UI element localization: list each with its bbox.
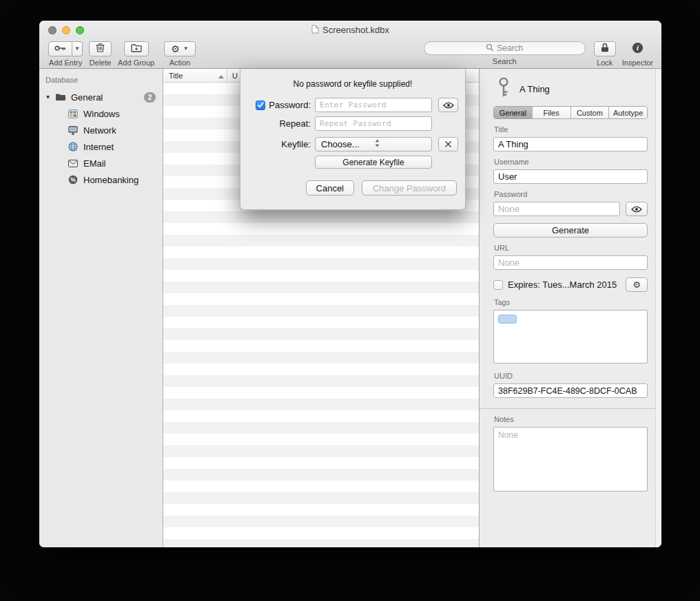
password-checkbox[interactable] <box>256 101 265 110</box>
sidebar-item-label: EMail <box>83 158 106 169</box>
eye-icon <box>631 203 642 215</box>
entry-count-badge: 2 <box>144 92 156 103</box>
folder-plus-icon <box>131 43 142 55</box>
tags-field[interactable] <box>493 310 648 363</box>
tab-general[interactable]: General <box>494 107 533 118</box>
search-icon <box>486 43 494 54</box>
sidebar-item-label: Internet <box>83 142 114 152</box>
windows-icon <box>67 109 79 118</box>
tab-custom[interactable]: Custom <box>571 107 610 118</box>
generate-password-button[interactable]: Generate <box>493 223 648 238</box>
tool-inspector: i Inspector <box>622 41 653 67</box>
gear-icon: ⚙ <box>632 280 641 289</box>
zoom-button[interactable] <box>76 26 84 34</box>
sort-ascending-icon <box>218 72 224 80</box>
password-label: Password: <box>269 100 311 110</box>
sidebar-item-email[interactable]: EMail <box>39 155 163 171</box>
inspector-tabs: General Files Custom Autotype <box>493 106 648 119</box>
generate-keyfile-button[interactable]: Generate Keyfile <box>315 156 432 169</box>
expires-settings-button[interactable]: ⚙ <box>626 277 648 292</box>
tool-add-group: Add Group <box>118 41 154 67</box>
url-field[interactable] <box>493 255 648 270</box>
tool-action: ⚙ ▼ Action <box>164 41 195 67</box>
tag-chip[interactable] <box>498 315 517 324</box>
username-field[interactable] <box>493 169 648 184</box>
clear-keyfile-button[interactable] <box>438 137 458 151</box>
delete-button[interactable] <box>89 41 112 56</box>
titlebar[interactable]: Screenshot.kdbx <box>39 21 661 39</box>
dialog-buttons: Cancel Change Password <box>249 180 457 196</box>
lock-label: Lock <box>597 59 612 67</box>
entry-header: A Thing <box>493 74 648 103</box>
expires-checkbox[interactable] <box>493 280 503 290</box>
enter-password-input[interactable] <box>315 98 432 112</box>
lock-button[interactable] <box>594 41 616 56</box>
reveal-password-button[interactable] <box>626 202 648 216</box>
change-password-button[interactable]: Change Password <box>362 180 457 196</box>
app-window: Screenshot.kdbx ▼ Add <box>39 21 661 547</box>
eye-icon <box>443 99 454 112</box>
reveal-password-button[interactable] <box>438 98 458 112</box>
uuid-field-label: UUID <box>494 372 648 380</box>
repeat-row: Repeat: <box>249 116 457 131</box>
uuid-field[interactable] <box>493 383 648 398</box>
folder-icon <box>54 93 67 101</box>
chevron-down-icon: ▼ <box>74 46 80 52</box>
notes-field-label: Notes <box>494 415 648 423</box>
add-entry-menu-button[interactable]: ▼ <box>72 41 83 56</box>
section-divider <box>480 408 661 409</box>
search-placeholder: Search <box>497 43 523 53</box>
inspector-scrollbar[interactable] <box>655 69 661 547</box>
dialog-message: No password or keyfile supplied! <box>249 79 457 89</box>
sidebar-item-network[interactable]: Network <box>39 122 163 138</box>
sidebar-item-label: Windows <box>83 109 120 119</box>
title-field[interactable] <box>493 137 648 151</box>
tab-autotype[interactable]: Autotype <box>609 107 647 118</box>
sidebar-item-label: General <box>71 92 103 103</box>
action-button[interactable]: ⚙ ▼ <box>164 41 195 56</box>
search-input[interactable]: Search <box>424 41 586 55</box>
inspector-button[interactable]: i <box>625 41 650 56</box>
window-chrome: Screenshot.kdbx ▼ Add <box>39 21 661 69</box>
sidebar-item-windows[interactable]: Windows <box>39 105 163 122</box>
sidebar-item-homebanking[interactable]: % Homebanking <box>39 171 163 188</box>
tab-files[interactable]: Files <box>533 107 571 118</box>
svg-text:%: % <box>70 176 76 183</box>
title-field-label: Title <box>494 125 648 134</box>
window-title: Screenshot.kdbx <box>311 25 389 36</box>
add-group-button[interactable] <box>124 41 149 56</box>
action-label: Action <box>169 59 191 67</box>
tags-field-label: Tags <box>494 298 648 306</box>
close-button[interactable] <box>48 26 56 34</box>
sidebar-item-internet[interactable]: Internet <box>39 138 163 155</box>
cancel-button[interactable]: Cancel <box>306 180 354 196</box>
column-header-title[interactable]: Title <box>163 69 227 82</box>
window-title-text: Screenshot.kdbx <box>322 25 389 35</box>
monitor-icon <box>67 126 79 135</box>
repeat-label: Repeat: <box>279 118 311 129</box>
change-password-dialog: No password or keyfile supplied! Passwor… <box>240 69 466 210</box>
percent-icon: % <box>67 175 79 184</box>
column-header-username[interactable]: U <box>227 72 238 80</box>
sidebar-item-general[interactable]: ▾ General 2 <box>39 89 163 105</box>
add-entry-button[interactable] <box>48 41 72 56</box>
stepper-chevrons-icon <box>375 139 429 149</box>
disclosure-triangle-icon[interactable]: ▾ <box>46 94 54 101</box>
password-field-label: Password <box>494 190 648 198</box>
sidebar-section-header: Database <box>39 74 163 89</box>
info-circle-icon: i <box>632 42 644 56</box>
notes-field[interactable] <box>493 427 648 492</box>
key-icon <box>497 77 511 101</box>
close-x-icon <box>444 138 452 151</box>
keyfile-popup-button[interactable]: Choose... <box>315 137 432 151</box>
toolbar: ▼ Add Entry Delete <box>39 39 661 69</box>
repeat-password-input[interactable] <box>315 116 432 131</box>
password-field[interactable] <box>493 202 620 216</box>
username-field-label: Username <box>494 158 648 166</box>
url-field-label: URL <box>494 244 648 252</box>
inspector-panel: A Thing General Files Custom Autotype Ti… <box>479 69 661 547</box>
password-row: Password: <box>249 98 457 112</box>
delete-label: Delete <box>90 59 112 67</box>
inspector-label: Inspector <box>622 59 653 67</box>
minimize-button[interactable] <box>62 26 70 34</box>
